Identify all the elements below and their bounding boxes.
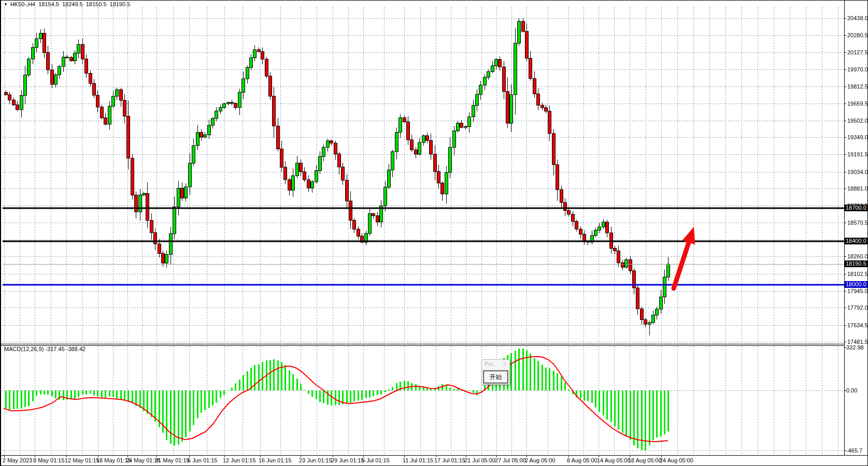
price-tick-label: 18260.0	[847, 253, 868, 259]
chart-canvas[interactable]	[1, 1, 868, 466]
script-popup-window[interactable]: Poi... x 开始	[481, 359, 510, 385]
time-tick-label: 21 Jul 05:00	[464, 457, 495, 463]
time-tick-label: 5 Jul 01:15	[362, 457, 390, 463]
time-tick-label: 11 Jul 01:15	[403, 457, 433, 463]
macd-indicator-label: MACD(12,26,9) -317.45 -388.42	[4, 346, 86, 352]
time-tick-label: 2 May 2023	[3, 457, 32, 463]
time-tick-label: 24 Aug 05:00	[660, 457, 693, 463]
price-tick-label: 18570.5	[847, 220, 868, 226]
macd-scale-min: -465.7	[846, 447, 862, 454]
time-tick-label: 27 Jul 05:00	[495, 457, 526, 463]
price-tick-label: 20438.0	[847, 15, 868, 21]
price-tick-label: 18102.5	[847, 271, 868, 277]
axis-price-badge: 18700.0	[845, 205, 868, 211]
price-tick-label: 19502.0	[847, 118, 868, 124]
price-tick-label: 19970.0	[847, 66, 868, 72]
time-tick-label: 2 Aug 05:00	[525, 457, 556, 463]
price-tick-label: 17634.5	[847, 322, 868, 328]
axis-price-badge: 18000.0	[845, 281, 868, 288]
quote-open: 18154.5	[38, 1, 59, 7]
macd-scale-zero: 0.00	[846, 387, 857, 394]
time-tick-label: 12 May 01:15	[65, 457, 99, 463]
axis-price-badge: 18190.5	[845, 260, 868, 267]
time-tick-label: 23 Jun 01:15	[299, 457, 332, 463]
mt4-chart-window: ▼HK50-,H418154.518249.518150.518190.5 20…	[0, 0, 868, 466]
price-tick-label: 19191.5	[847, 151, 868, 157]
price-tick-label: 19812.5	[847, 83, 868, 90]
quote-low: 18150.5	[86, 1, 107, 7]
start-button[interactable]: 开始	[483, 371, 508, 383]
popup-title: Poi...	[485, 361, 497, 367]
time-tick-label: 14 Aug 05:00	[597, 457, 631, 463]
close-icon[interactable]: x	[501, 361, 508, 368]
time-tick-label: 16 Jun 01:15	[259, 457, 292, 463]
time-tick-label: 31 May 01:15	[155, 457, 190, 463]
quote-close: 18190.5	[110, 1, 131, 7]
symbol-period-label: HK50-,H4	[10, 1, 35, 7]
time-tick-label: 18 Aug 05:00	[628, 457, 662, 463]
time-tick-label: 29 Jun 01:15	[331, 457, 364, 463]
quote-high: 18249.5	[62, 1, 83, 7]
time-tick-label: 17 Jul 01:15	[434, 457, 465, 463]
popup-titlebar[interactable]: Poi... x	[482, 360, 509, 369]
macd-scale-max: 332.98	[846, 344, 864, 351]
price-tick-label: 18881.0	[847, 185, 868, 192]
price-tick-label: 20280.5	[847, 32, 868, 38]
time-tick-label: 12 Jun 01:15	[223, 457, 256, 463]
axis-price-badge: 18400.0	[845, 238, 868, 244]
chart-info-line: ▼HK50-,H418154.518249.518150.518190.5	[4, 1, 130, 7]
time-tick-label: 8 May 01:15	[33, 457, 65, 463]
time-tick-label: 8 Aug 05:00	[567, 457, 597, 463]
price-tick-label: 20127.5	[847, 49, 868, 55]
price-tick-label: 17792.0	[847, 304, 868, 311]
price-tick-label: 17945.0	[847, 288, 868, 294]
price-tick-label: 19349.0	[847, 134, 868, 140]
price-tick-label: 19659.5	[847, 100, 868, 107]
price-tick-label: 19034.0	[847, 169, 868, 175]
time-tick-label: 6 Jun 01:15	[188, 457, 218, 463]
chevron-down-icon: ▼	[4, 2, 8, 7]
